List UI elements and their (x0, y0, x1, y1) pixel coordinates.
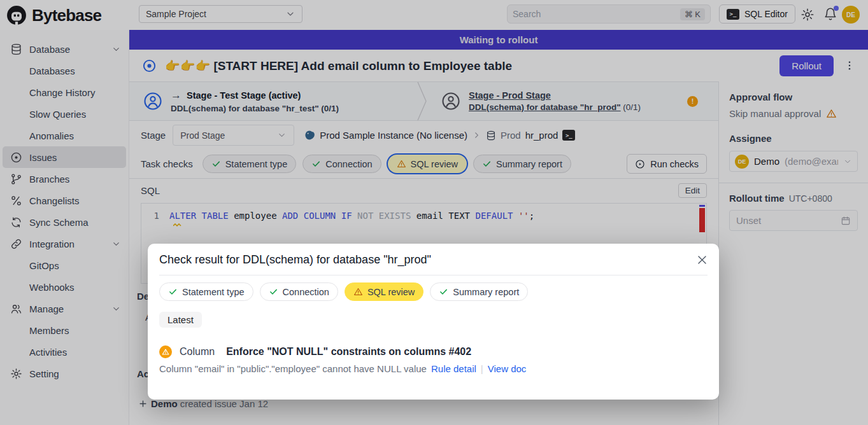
bytebase-app: Bytebase Sample Project ⌘ K >_ SQL Edito… (0, 0, 868, 425)
check-pass-icon (439, 287, 448, 296)
modal-divider (159, 275, 708, 275)
modal-title: Check result for DDL(schema) for databas… (159, 253, 708, 267)
tab-connection[interactable]: Connection (260, 282, 338, 301)
close-icon[interactable] (696, 254, 708, 266)
review-finding: Column Enforce "NOT NULL" constraints on… (159, 345, 708, 358)
check-pass-icon (168, 287, 178, 296)
view-doc-link[interactable]: View doc (488, 363, 527, 374)
check-warning-icon (353, 287, 363, 296)
finding-warning-icon (159, 345, 172, 358)
finding-detail-text: Column "email" in "public"."employee" ca… (159, 363, 427, 374)
modal-check-tabs: Statement type Connection SQL review Sum… (159, 282, 708, 301)
check-pass-icon (269, 287, 278, 296)
tab-sql-review[interactable]: SQL review (345, 282, 423, 301)
tab-statement-type[interactable]: Statement type (159, 282, 253, 301)
tab-summary-report[interactable]: Summary report (430, 282, 528, 301)
check-result-modal: Check result for DDL(schema) for databas… (148, 244, 719, 400)
link-separator: | (481, 363, 483, 374)
finding-category: Column (180, 346, 215, 358)
finding-rule-title: Enforce "NOT NULL" constraints on column… (226, 346, 471, 358)
rule-detail-link[interactable]: Rule detail (431, 363, 476, 374)
latest-badge: Latest (159, 312, 202, 328)
finding-detail-row: Column "email" in "public"."employee" ca… (159, 363, 708, 374)
